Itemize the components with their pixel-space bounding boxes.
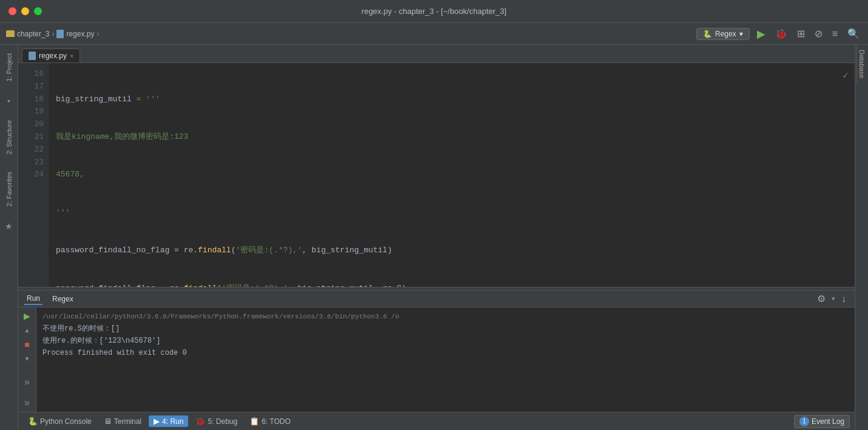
folder-icon (6, 30, 15, 37)
status-tab-terminal[interactable]: 🖥 Terminal (99, 415, 146, 427)
main-area: 1: Project ▪ 2: Structure 2: Favorites ★… (0, 45, 868, 430)
line-num-22: 22 (25, 144, 44, 156)
line-num-20: 20 (25, 118, 44, 131)
breadcrumb-bar: chapter_3 › regex.py › 🐍 Regex ▾ ▶ 🐞 ⊞ ⊘… (0, 23, 868, 45)
run-inner: ▶ ▲ ■ ▼ » » /usr/local/cellar/python3/3.… (18, 307, 855, 412)
settings-dropdown-icon[interactable]: ▾ (832, 295, 835, 303)
run-play-icon[interactable]: ▶ (24, 311, 30, 321)
run-tab-run[interactable]: Run (24, 293, 42, 305)
status-bar: 🐍 Python Console 🖥 Terminal ▶ 4: Run 🐞 5… (18, 412, 855, 430)
run-status-icon: ▶ (154, 417, 160, 426)
event-log-label: Event Log (812, 417, 844, 426)
line-num-18: 18 (25, 93, 44, 106)
window-title: regex.py - chapter_3 - [~/book/chapter_3… (362, 7, 507, 16)
code-editor[interactable]: 16 17 18 19 20 21 22 23 24 big_string_mu… (18, 63, 855, 287)
debug-label: 5: Debug (208, 417, 237, 426)
terminal-icon: 🖥 (104, 417, 112, 426)
status-tab-run[interactable]: ▶ 4: Run (149, 415, 188, 427)
run-down-icon[interactable]: ▼ (24, 355, 30, 362)
settings-icon[interactable]: ⚙ (815, 292, 828, 306)
stop-icon[interactable]: ⊘ (812, 27, 825, 41)
run-toolbar: Run Regex ⚙ ▾ ↓ (18, 291, 855, 307)
sidebar-item-project[interactable]: 1: Project (4, 51, 14, 84)
output-line2: 使用re.的时候：['123\n45678'] (42, 335, 849, 347)
tab-close-button[interactable]: × (70, 52, 73, 59)
sidebar-item-favorites[interactable]: 2: Favorites (4, 169, 14, 209)
code-content[interactable]: big_string_mutil = ''' 我是kingname,我的微博密码… (49, 63, 855, 287)
maximize-button[interactable] (34, 7, 42, 15)
right-sidebar: Database (855, 45, 868, 430)
run-toolbar-right: ⚙ ▾ ↓ (815, 292, 849, 306)
sidebar-icon-1: ▪ (7, 96, 10, 106)
close-button[interactable] (8, 7, 16, 15)
code-line-16: big_string_mutil = ''' (56, 93, 847, 106)
code-line-20: password_findall_no_flag = re.findall('密… (56, 244, 847, 257)
run-stop-icon[interactable]: ■ (24, 340, 29, 349)
status-tab-python-console[interactable]: 🐍 Python Console (23, 415, 97, 427)
code-line-21: password_findall_flag = re.findall('密码是:… (56, 283, 847, 287)
line-numbers: 16 17 18 19 20 21 22 23 24 (18, 63, 49, 287)
line-num-24: 24 (25, 169, 44, 181)
code-line-18: 45678, (56, 169, 847, 181)
code-line-19: ''' (56, 207, 847, 220)
output-line1: 不使用re.S的时候：[] (42, 323, 849, 335)
debug-status-icon: 🐞 (195, 417, 205, 426)
tab-label: regex.py (39, 52, 67, 60)
run-tab-regex[interactable]: Regex (50, 294, 76, 304)
run-label: 4: Run (162, 417, 183, 426)
output-path-line: /usr/local/cellar/python3/3.6.0/Framewor… (42, 311, 849, 323)
line-num-17: 17 (25, 81, 44, 93)
todo-label: 6: TODO (262, 417, 291, 426)
right-tab-database[interactable]: Database (856, 45, 867, 83)
terminal-label: Terminal (114, 417, 141, 426)
menu-icon[interactable]: ≡ (830, 27, 840, 41)
status-right: 1 Event Log (794, 415, 850, 428)
search-icon[interactable]: 🔍 (845, 27, 862, 41)
breadcrumb-file: regex.py (66, 30, 94, 38)
python-console-icon: 🐍 (28, 417, 38, 426)
breadcrumb-folder: chapter_3 (17, 30, 49, 38)
star-icon: ★ (5, 221, 13, 231)
run-icon[interactable]: ▶ (754, 26, 768, 42)
minimize-button[interactable] (21, 7, 29, 15)
run-more2-icon[interactable]: » (24, 397, 30, 408)
chevron-down-icon: ▾ (739, 30, 743, 38)
gutter-check-icon: ✓ (843, 69, 849, 81)
traffic-lights (8, 7, 42, 15)
run-config-label: Regex (715, 30, 736, 38)
line-num-19: 19 (25, 106, 44, 118)
left-sidebar: 1: Project ▪ 2: Structure 2: Favorites ★ (0, 45, 18, 430)
run-output: /usr/local/cellar/python3/3.6.0/Framewor… (36, 307, 855, 412)
coverage-icon[interactable]: ⊞ (795, 27, 807, 41)
breadcrumb-file-item[interactable]: regex.py (56, 30, 94, 38)
line-num-21: 21 (25, 131, 44, 144)
breadcrumb[interactable]: chapter_3 (6, 30, 49, 38)
python-icon: 🐍 (703, 30, 712, 38)
status-tab-todo[interactable]: 📋 6: TODO (245, 415, 296, 427)
tab-file-icon (29, 52, 36, 60)
status-tab-debug[interactable]: 🐞 5: Debug (191, 415, 242, 427)
run-more-icon[interactable]: » (24, 377, 30, 388)
run-up-icon[interactable]: ▲ (24, 327, 30, 334)
run-config-button[interactable]: 🐍 Regex ▾ (696, 28, 750, 40)
toolbar-right: 🐍 Regex ▾ ▶ 🐞 ⊞ ⊘ ≡ 🔍 (696, 26, 862, 42)
sidebar-item-structure[interactable]: 2: Structure (4, 118, 14, 157)
run-left-sidebar: ▶ ▲ ■ ▼ » » (18, 307, 36, 412)
event-log-button[interactable]: 1 Event Log (794, 415, 850, 428)
code-line-17: 我是kingname,我的微博密码是:123 (56, 131, 847, 144)
editor-tab-regex[interactable]: regex.py × (22, 49, 80, 62)
title-bar: regex.py - chapter_3 - [~/book/chapter_3… (0, 0, 868, 23)
breadcrumb-separator: › (52, 30, 54, 38)
debug-icon[interactable]: 🐞 (773, 27, 790, 41)
tab-bar: regex.py × (18, 45, 855, 63)
python-console-label: Python Console (40, 417, 92, 426)
output-process-done: Process finished with exit code 0 (42, 347, 849, 359)
file-icon (56, 30, 64, 38)
breadcrumb-separator2: › (97, 30, 99, 38)
editor-area: regex.py × 16 17 18 19 20 21 22 23 24 bi… (18, 45, 855, 430)
scroll-to-end-icon[interactable]: ↓ (839, 292, 849, 306)
run-panel: Run Regex ⚙ ▾ ↓ ▶ ▲ ■ ▼ » » /usr/ (18, 291, 855, 412)
event-badge: 1 (799, 417, 809, 426)
line-num-16: 16 (25, 68, 44, 81)
todo-icon: 📋 (249, 417, 259, 426)
